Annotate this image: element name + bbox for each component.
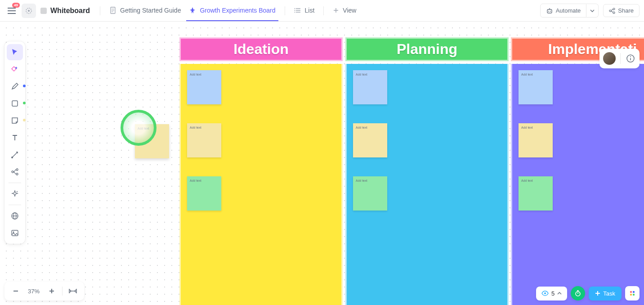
workspace-title[interactable]: Whiteboard	[40, 7, 90, 15]
sticky-note[interactable]: Add text	[187, 123, 221, 157]
column-body[interactable]: Add text Add text Add text	[179, 64, 343, 305]
fit-icon	[69, 288, 77, 294]
tab-getting-started[interactable]: Getting Started Guide	[107, 0, 183, 21]
pen-icon	[11, 82, 19, 90]
automate-label: Automate	[556, 7, 581, 14]
svg-point-23	[544, 292, 546, 294]
tool-mindmap[interactable]	[7, 164, 23, 180]
fit-button[interactable]	[66, 284, 80, 298]
timer-button[interactable]	[571, 286, 585, 301]
tool-web[interactable]	[7, 208, 23, 224]
eye-icon	[541, 291, 549, 296]
workspace-name: Whiteboard	[50, 7, 90, 15]
tool-pen[interactable]	[7, 78, 23, 94]
svg-point-8	[550, 11, 551, 12]
zoom-out-button[interactable]	[9, 284, 22, 298]
create-task-button[interactable]: Task	[589, 287, 622, 301]
column-header[interactable]: Planning	[345, 37, 509, 61]
tab-label: View	[343, 7, 356, 14]
sticky-note-loose[interactable]: Add text	[135, 124, 169, 158]
viewer-count: 5	[551, 290, 555, 297]
square-icon	[11, 100, 18, 107]
note-text: Add text	[190, 73, 201, 76]
tab-list[interactable]: List	[291, 0, 318, 21]
header-bar: 49 Whiteboard Getting Started Guide Grow…	[0, 0, 644, 22]
image-icon	[11, 229, 19, 237]
bottom-right-controls: 5 Task	[536, 286, 640, 301]
tool-connector[interactable]	[7, 147, 23, 163]
svg-point-15	[11, 157, 13, 158]
cursor-icon	[11, 48, 19, 56]
minus-icon	[13, 288, 19, 294]
divider	[100, 6, 100, 15]
divider	[62, 287, 63, 296]
tab-label: List	[305, 7, 315, 14]
svg-rect-21	[12, 230, 18, 236]
automate-group: Automate	[540, 4, 599, 18]
divider	[323, 6, 324, 15]
sticky-note[interactable]: Add text	[353, 70, 387, 104]
zoom-level[interactable]: 37%	[24, 288, 43, 295]
sticky-note[interactable]: Add text	[519, 123, 553, 157]
tool-text[interactable]	[7, 130, 23, 146]
sticky-note[interactable]: Add text	[519, 70, 553, 104]
sparkle-shapes-icon	[11, 65, 19, 73]
sticky-note[interactable]: Add text	[353, 176, 387, 211]
column-title: Ideation	[233, 41, 289, 58]
column-header[interactable]: Ideation	[179, 37, 343, 61]
tool-sticky[interactable]	[7, 112, 23, 129]
avatar[interactable]	[602, 51, 617, 66]
column-body[interactable]: Add text Add text Add text	[511, 64, 644, 305]
tool-ai[interactable]	[7, 186, 23, 202]
notification-badge: 49	[12, 3, 20, 8]
add-view-button[interactable]: View	[330, 0, 359, 21]
tool-image[interactable]	[7, 225, 23, 241]
doc-icon	[109, 7, 116, 14]
nav-target-button[interactable]	[22, 4, 36, 18]
whiteboard-canvas[interactable]: Ideation Add text Add text Add text Plan…	[0, 22, 644, 305]
info-icon	[626, 54, 635, 63]
viewers-button[interactable]: 5	[536, 287, 567, 301]
sticky-note[interactable]: Add text	[353, 123, 387, 157]
info-button[interactable]	[624, 52, 637, 65]
tool-shape[interactable]	[7, 95, 23, 112]
left-toolbar	[4, 41, 25, 244]
color-indicator	[23, 102, 26, 104]
tool-ai-shapes[interactable]	[7, 61, 23, 77]
apps-button[interactable]	[625, 286, 640, 301]
sticky-note[interactable]: Add text	[187, 70, 221, 104]
column-implementation[interactable]: Implementati Add text Add text Add text	[511, 37, 644, 305]
automate-button[interactable]: Automate	[540, 4, 587, 18]
workspace-color-swatch	[40, 8, 47, 14]
menu-button[interactable]: 49	[4, 4, 19, 18]
sticky-note[interactable]: Add text	[519, 176, 553, 211]
tab-growth-board[interactable]: Growth Experiments Board	[186, 0, 278, 21]
note-text: Add text	[356, 179, 367, 182]
grid-icon	[630, 291, 635, 296]
svg-point-11	[613, 12, 615, 13]
column-ideation[interactable]: Ideation Add text Add text Add text	[179, 37, 343, 305]
zoom-controls: 37%	[4, 282, 84, 301]
sticky-note[interactable]: Add text	[187, 176, 221, 211]
robot-icon	[546, 7, 553, 14]
zoom-in-button[interactable]	[45, 284, 58, 298]
svg-point-3	[294, 8, 295, 9]
svg-point-7	[548, 11, 549, 12]
column-planning[interactable]: Planning Add text Add text Add text	[345, 37, 509, 305]
chevron-up-icon	[557, 292, 562, 295]
column-body[interactable]: Add text Add text Add text	[345, 64, 509, 305]
svg-point-5	[294, 12, 295, 13]
column-title: Planning	[397, 41, 457, 58]
share-button[interactable]: Share	[603, 4, 640, 17]
note-text: Add text	[190, 126, 201, 129]
svg-point-16	[12, 171, 13, 173]
svg-point-22	[13, 232, 14, 233]
pin-icon	[189, 7, 196, 14]
tool-select[interactable]	[7, 44, 23, 60]
collaborators-panel	[599, 49, 640, 68]
automate-dropdown[interactable]	[586, 4, 599, 18]
tab-label: Getting Started Guide	[120, 7, 181, 14]
svg-point-1	[28, 10, 30, 12]
header-right: Automate Share	[540, 4, 640, 18]
plus-icon	[49, 288, 55, 294]
